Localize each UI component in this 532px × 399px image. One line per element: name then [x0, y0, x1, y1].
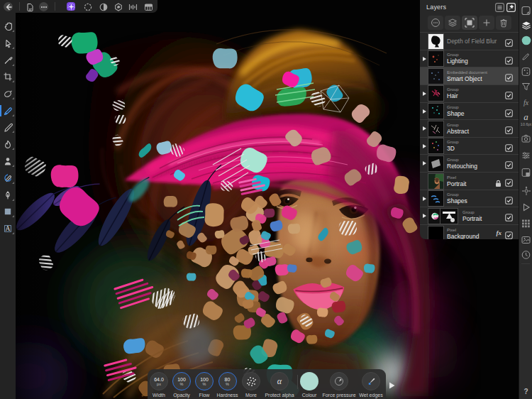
svg-text:A: A [6, 225, 11, 232]
